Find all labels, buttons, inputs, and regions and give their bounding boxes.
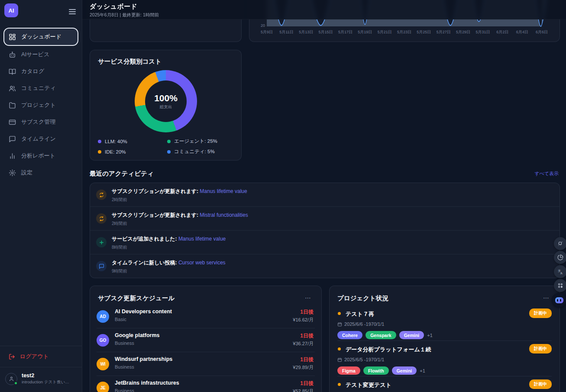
tag-extra-count: +1 [420,368,425,373]
project-name: テスト変更テスト [346,382,391,388]
translate-button[interactable]: 文A [554,265,566,278]
status-badge: 計画中 [529,344,552,353]
renewal-due: 1日後 [300,356,314,363]
activity-link[interactable]: Manus lifetime value [178,236,226,242]
card-title: サービス分類別コスト [98,58,162,66]
project-name: テスト７再 [346,311,374,317]
project-dates: 2025/6/5 -1970/1/1 [337,357,552,362]
subscription-row[interactable]: JE JetBrains infrastructures Business 1日… [97,376,315,392]
calendar-icon [337,357,342,362]
activity-text: サブスクリプションが更新されます: Mistral functionalitie… [112,212,560,219]
card-title: サブスク更新スケジュール [98,294,175,302]
app-logo[interactable]: AI [4,3,18,17]
subscription-name: Google platforms [115,332,159,338]
sidebar-item-subscriptions[interactable]: サブスク管理 [4,114,78,130]
activity-row[interactable]: サブスクリプションが更新されます: Manus lifetime value 2… [90,183,560,207]
sidebar-item-label: 設定 [21,169,32,177]
sidebar-item-projects[interactable]: プロジェクト [4,97,78,113]
donut-legend: LLM: 40% エージェント: 25% IDE: 20% コミュニティ: 5% [98,138,234,155]
calendar-icon [337,322,342,327]
x-axis-label: 6月6日 [529,29,555,35]
user-description: introduction テスト長い文章... [22,379,73,385]
legend-label: エージェント: 25% [174,138,217,145]
tag: Gemini [399,331,424,339]
legend-dot [167,150,171,154]
project-item[interactable]: テスト変更テスト 計画中 2025/6/2 -1970/1/1 [337,381,552,392]
cost-by-category-card: サービス分類別コスト 100% 総支出 LLM: 40% エージェント: 25%… [90,50,242,161]
subscription-row[interactable]: GO Google platforms Business 1日後 ¥36.27/… [97,328,315,352]
user-info: test2 introduction テスト長い文章... [22,373,73,385]
ai-assistant-button[interactable] [552,293,566,308]
project-tags: Figma Flowith Gemini +1 [337,366,552,375]
legend-label: IDE: 20% [105,149,126,154]
project-dates-text: 2025/6/6 -1970/1/1 [344,321,384,327]
sidebar-item-label: ダッシュボード [21,33,61,41]
renewal-due: 1日後 [300,380,314,387]
sidebar-item-community[interactable]: コミュニティ [4,80,78,96]
inspector-icon [557,241,563,247]
card-menu-button[interactable]: ⋯ [305,294,312,301]
subscription-row[interactable]: AD AI Developers content Basic 1日後 ¥16.6… [97,305,315,328]
gear-icon [9,169,16,177]
donut-total-value: 100% [154,93,178,103]
sidebar-item-settings[interactable]: 設定 [4,164,78,181]
user-name: test2 [22,373,73,379]
subscription-price: ¥36.27/月 [293,341,314,347]
activity-row[interactable]: サブスクリプションが更新されます: Mistral functionalitie… [90,207,560,231]
chat-icon [9,135,16,143]
user-profile[interactable]: test2 introduction テスト長い文章... [0,367,82,392]
view-all-link[interactable]: すべて表示 [534,170,559,177]
subscription-plan: Business [115,388,134,392]
project-name: データ分析プラットフォーム１続 [346,346,431,353]
sidebar-item-timeline[interactable]: タイムライン [4,131,78,147]
robot-face-icon [555,297,563,303]
project-status-card: プロジェクト状況 ⋯ テスト７再 計画中 2025/6/6 -1970/1/1 … [329,286,560,392]
activity-link[interactable]: Mistral functionalities [200,212,248,218]
person-icon [9,376,14,382]
card-menu-button[interactable]: ⋯ [543,294,550,301]
project-item[interactable]: データ分析プラットフォーム１続 計画中 2025/6/5 -1970/1/1 F… [337,345,552,375]
sidebar-item-label: サブスク管理 [21,118,55,126]
hamburger-menu-icon[interactable] [69,8,76,13]
sidebar-item-ai-services[interactable]: AIサービス [4,46,78,63]
divider [337,376,552,376]
tag: Genspark [365,331,396,339]
project-item[interactable]: テスト７再 計画中 2025/6/6 -1970/1/1 Cohere Gens… [337,310,552,339]
subscription-row[interactable]: WI Windsurf partnerships Business 1日後 ¥2… [97,352,315,376]
sidebar-item-reports[interactable]: 分析レポート [4,148,78,164]
activity-text: サービスが追加されました: Manus lifetime value [112,235,560,243]
subscription-name: JetBrains infrastructures [115,380,179,386]
tag: Cohere [337,331,362,339]
subscription-price: ¥29.89/月 [293,364,314,371]
status-badge: 計画中 [529,379,552,389]
project-tags: Cohere Genspark Gemini +1 [337,331,552,339]
donut-chart[interactable]: 100% 総支出 [135,70,197,132]
chat-icon [96,261,107,271]
extensions-button[interactable] [554,279,566,292]
refresh-icon [96,213,107,224]
activity-link[interactable]: Manus lifetime value [200,188,247,194]
activity-text-bold: サブスクリプションが更新されます: [112,188,198,194]
svg-text:A: A [560,272,562,275]
sidebar-item-catalog[interactable]: カタログ [4,63,78,80]
sidebar-item-dashboard[interactable]: ダッシュボード [4,29,78,45]
activity-row[interactable]: サービスが追加されました: Manus lifetime value 8時間前 [90,231,560,254]
usage-pie-button[interactable] [554,251,566,264]
activity-time: 2時間前 [112,221,560,227]
plus-icon [96,237,107,247]
activity-link[interactable]: Cursor web services [178,260,226,266]
logout-icon [9,353,15,360]
activity-row[interactable]: タイムラインに新しい投稿: Cursor web services 9時間前 [90,254,560,278]
sidebar-item-label: プロジェクト [21,101,56,109]
logout-button[interactable]: ログアウト [0,346,82,367]
page-title: ダッシュボード [90,3,566,11]
activity-text: タイムラインに新しい投稿: Cursor web services [112,259,560,267]
status-dot [338,312,341,315]
donut-total-label: 総支出 [160,104,172,110]
sidebar-item-label: コミュニティ [21,84,56,92]
avatar: GO [97,334,109,347]
sidebar-item-label: 分析レポート [21,152,55,160]
tag: Figma [337,366,360,375]
subscription-price: ¥16.62/月 [293,317,314,323]
element-inspector-button[interactable] [554,237,566,250]
